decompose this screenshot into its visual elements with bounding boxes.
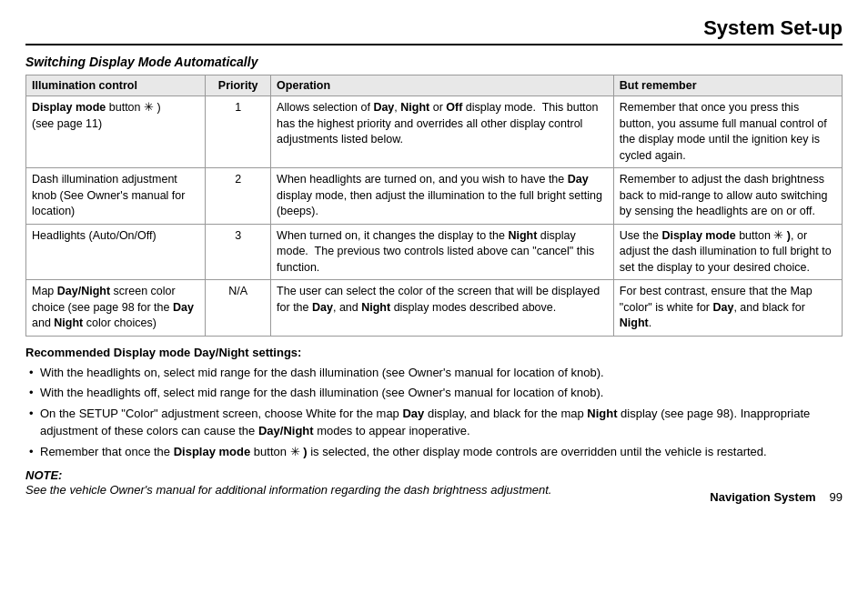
- remember-cell-4: For best contrast, ensure that the Map "…: [613, 280, 842, 337]
- priority-cell-2: 2: [206, 168, 271, 225]
- list-item: Remember that once the Display mode butt…: [25, 444, 843, 461]
- operation-cell-3: When turned on, it changes the display t…: [271, 224, 614, 280]
- priority-cell-3: 3: [206, 224, 271, 280]
- page-container: System Set-up Switching Display Mode Aut…: [0, 0, 868, 515]
- col-header-illumination: Illumination control: [26, 75, 206, 96]
- note-title: NOTE:: [25, 468, 62, 482]
- table-row: Headlights (Auto/On/Off) 3 When turned o…: [26, 224, 843, 280]
- illum-cell-1: Display mode button ✳ )(see page 11): [26, 96, 206, 168]
- illum-cell-4: Map Day/Night screen color choice (see p…: [26, 280, 206, 337]
- bullet-list: With the headlights on, select mid range…: [25, 365, 843, 461]
- remember-cell-3: Use the Display mode button ✳ ), or adju…: [613, 224, 842, 280]
- col-header-remember: But remember: [613, 75, 842, 96]
- list-item: With the headlights off, select mid rang…: [25, 385, 843, 402]
- priority-cell-1: 1: [206, 96, 271, 168]
- footer-nav-label: Navigation System: [710, 490, 815, 504]
- recommended-title: Recommended Display mode Day/Night setti…: [25, 346, 843, 359]
- footer: Navigation System 99: [710, 490, 843, 504]
- col-header-priority: Priority: [206, 75, 271, 96]
- illumination-table: Illumination control Priority Operation …: [25, 75, 843, 337]
- table-row: Map Day/Night screen color choice (see p…: [26, 280, 843, 337]
- list-item: On the SETUP "Color" adjustment screen, …: [25, 406, 843, 440]
- remember-cell-2: Remember to adjust the dash brightness b…: [613, 168, 842, 225]
- page-title: System Set-up: [25, 16, 843, 45]
- operation-cell-4: The user can select the color of the scr…: [271, 280, 614, 337]
- illum-cell-2: Dash illumination adjustment knob (See O…: [26, 168, 206, 225]
- col-header-operation: Operation: [271, 75, 614, 96]
- illum-cell-3: Headlights (Auto/On/Off): [26, 224, 206, 280]
- list-item: With the headlights on, select mid range…: [25, 365, 843, 382]
- table-row: Display mode button ✳ )(see page 11) 1 A…: [26, 96, 843, 168]
- remember-cell-1: Remember that once you press this button…: [613, 96, 842, 168]
- footer-page-number: 99: [830, 490, 843, 504]
- section-title: Switching Display Mode Automatically: [25, 55, 843, 69]
- note-text: See the vehicle Owner's manual for addit…: [25, 483, 551, 497]
- table-row: Dash illumination adjustment knob (See O…: [26, 168, 843, 225]
- operation-cell-2: When headlights are turned on, and you w…: [271, 168, 614, 225]
- priority-cell-4: N/A: [206, 280, 271, 337]
- operation-cell-1: Allows selection of Day, Night or Off di…: [271, 96, 614, 168]
